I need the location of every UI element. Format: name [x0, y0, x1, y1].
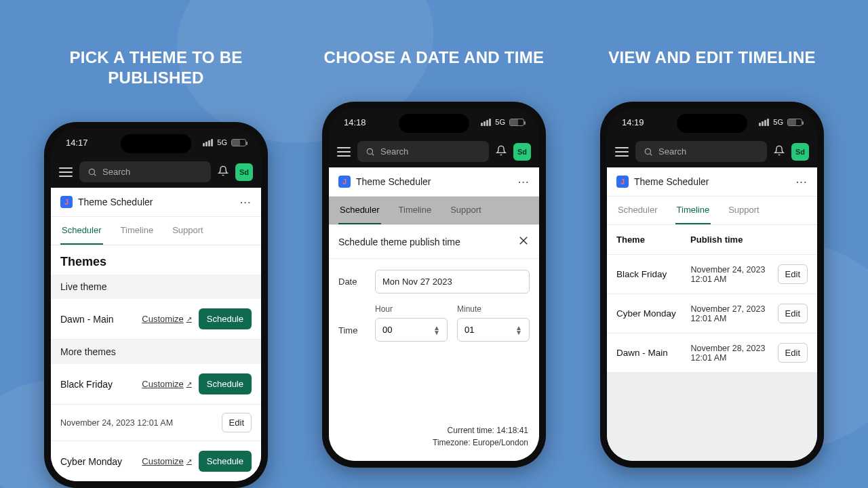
- hour-label: Hour: [375, 304, 448, 314]
- edit-button[interactable]: Edit: [222, 413, 252, 432]
- search-placeholder: Search: [102, 167, 130, 177]
- svg-point-2: [367, 148, 372, 154]
- chevron-updown-icon: ▲▼: [515, 325, 522, 335]
- search-input[interactable]: Search: [635, 141, 767, 162]
- signal-icon: [203, 139, 213, 146]
- hamburger-menu-icon[interactable]: [337, 147, 351, 157]
- timezone-label: Timezone: Europe/London: [340, 436, 528, 449]
- minute-label: Minute: [457, 304, 530, 314]
- app-title: Theme Scheduler: [78, 197, 235, 207]
- search-input[interactable]: Search: [357, 141, 489, 162]
- customize-link[interactable]: Customize↗: [142, 379, 191, 389]
- scheduled-time-row: November 24, 2023 12:01 AM Edit: [51, 405, 261, 441]
- status-time: 14:18: [344, 117, 366, 127]
- schedule-button[interactable]: Schedule: [199, 308, 252, 329]
- customize-link[interactable]: Customize↗: [142, 314, 191, 324]
- tab-support[interactable]: Support: [727, 197, 761, 224]
- tab-timeline[interactable]: Timeline: [675, 197, 711, 224]
- live-theme-heading: Live theme: [51, 274, 261, 299]
- svg-point-0: [89, 169, 94, 174]
- svg-line-3: [372, 153, 374, 155]
- external-link-icon: ↗: [186, 458, 192, 465]
- headline-2: CHOOSE A DATE AND TIME: [324, 47, 545, 68]
- more-themes-heading: More themes: [51, 340, 261, 364]
- network-label: 5G: [773, 118, 783, 126]
- avatar[interactable]: Sd: [235, 163, 253, 181]
- signal-icon: [481, 119, 491, 126]
- notifications-icon[interactable]: [218, 165, 229, 178]
- theme-name: Black Friday: [60, 379, 135, 390]
- svg-line-7: [650, 153, 652, 155]
- app-title: Theme Scheduler: [634, 176, 791, 187]
- empty-space: [607, 373, 817, 461]
- minute-select[interactable]: 01▲▼: [457, 318, 530, 342]
- date-label: Date: [338, 277, 366, 287]
- theme-row: Black Friday Customize↗ Schedule: [51, 364, 261, 405]
- more-menu-icon[interactable]: ···: [240, 197, 252, 207]
- phone-notch: [121, 134, 191, 153]
- phone-mockup-3: 14:19 5G Search Sd: [600, 102, 824, 468]
- phone-mockup-1: 14:17 5G Search Sd: [44, 122, 268, 488]
- edit-button[interactable]: Edit: [778, 343, 808, 363]
- tab-timeline[interactable]: Timeline: [397, 197, 433, 224]
- edit-button[interactable]: Edit: [778, 264, 808, 284]
- signal-icon: [759, 119, 769, 126]
- notifications-icon[interactable]: [496, 145, 507, 158]
- edit-button[interactable]: Edit: [778, 304, 808, 323]
- search-icon: [644, 147, 653, 157]
- column-theme: Theme: [616, 235, 690, 245]
- customize-link[interactable]: Customize↗: [142, 456, 191, 466]
- tab-support[interactable]: Support: [449, 197, 483, 224]
- hamburger-menu-icon[interactable]: [59, 167, 73, 177]
- search-placeholder: Search: [380, 146, 408, 157]
- tab-timeline[interactable]: Timeline: [119, 217, 155, 245]
- theme-name: Dawn - Main: [60, 314, 135, 325]
- battery-icon: [231, 139, 246, 146]
- time-label: Time: [338, 325, 366, 342]
- app-icon: J: [616, 176, 629, 188]
- phone-notch: [399, 114, 469, 133]
- timeline-time: November 27, 2023 12:01 AM: [691, 304, 772, 323]
- search-icon: [87, 167, 97, 177]
- external-link-icon: ↗: [186, 380, 192, 388]
- theme-name: Cyber Monday: [60, 456, 135, 467]
- tab-scheduler[interactable]: Scheduler: [616, 197, 659, 224]
- svg-point-6: [645, 148, 650, 154]
- more-menu-icon[interactable]: ···: [796, 177, 808, 187]
- theme-row: Cyber Monday Customize↗ Schedule: [51, 441, 261, 481]
- network-label: 5G: [495, 118, 505, 126]
- hamburger-menu-icon[interactable]: [615, 147, 629, 157]
- modal-title: Schedule theme publish time: [338, 237, 460, 247]
- phone-notch: [677, 114, 747, 133]
- app-icon: J: [338, 176, 351, 188]
- notifications-icon[interactable]: [774, 145, 785, 158]
- date-input[interactable]: Mon Nov 27 2023: [375, 270, 530, 293]
- search-icon: [366, 147, 375, 157]
- timeline-theme: Black Friday: [616, 269, 686, 279]
- schedule-button[interactable]: Schedule: [199, 451, 252, 472]
- network-label: 5G: [217, 138, 227, 146]
- avatar[interactable]: Sd: [513, 143, 531, 161]
- phone-mockup-2: 14:18 5G Search Sd: [322, 102, 546, 468]
- timeline-row: Cyber Monday November 27, 2023 12:01 AM …: [607, 294, 817, 333]
- chevron-updown-icon: ▲▼: [433, 325, 440, 335]
- search-input[interactable]: Search: [79, 161, 211, 182]
- tab-scheduler[interactable]: Scheduler: [60, 217, 103, 245]
- close-icon[interactable]: [517, 235, 530, 249]
- more-menu-icon[interactable]: ···: [518, 177, 530, 187]
- theme-row-live: Dawn - Main Customize↗ Schedule: [51, 299, 261, 340]
- column-publish-time: Publish time: [690, 235, 778, 245]
- avatar[interactable]: Sd: [791, 143, 809, 161]
- app-icon: J: [60, 196, 73, 208]
- tab-scheduler[interactable]: Scheduler: [338, 197, 381, 224]
- tab-support[interactable]: Support: [171, 217, 205, 245]
- hour-select[interactable]: 00▲▼: [375, 318, 448, 342]
- status-time: 14:19: [622, 117, 644, 127]
- current-time-label: Current time: 14:18:41: [340, 424, 528, 436]
- schedule-button[interactable]: Schedule: [199, 373, 252, 394]
- timeline-theme: Dawn - Main: [616, 348, 686, 358]
- app-title: Theme Scheduler: [356, 176, 513, 187]
- timeline-row: Black Friday November 24, 2023 12:01 AM …: [607, 255, 817, 294]
- status-time: 14:17: [66, 138, 88, 148]
- external-link-icon: ↗: [186, 315, 192, 323]
